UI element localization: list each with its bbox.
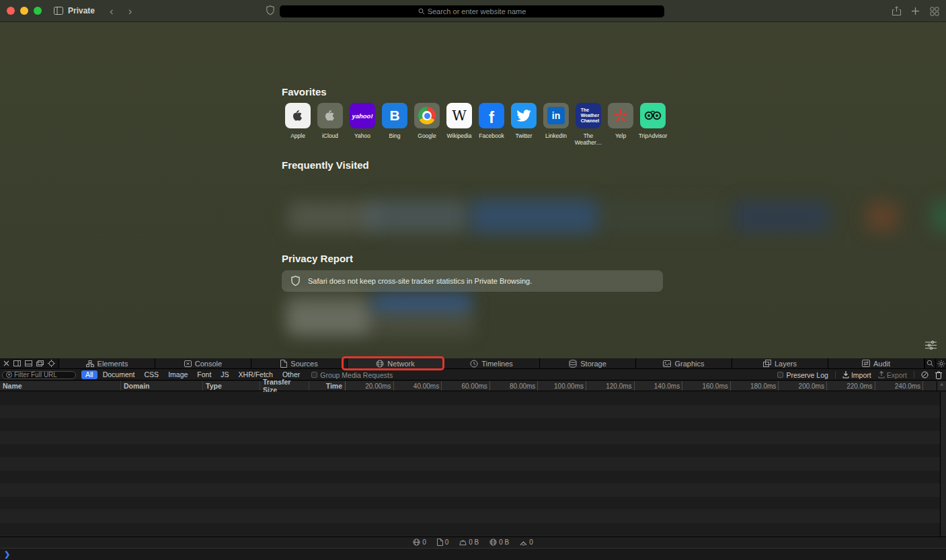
icloud-apple-icon: [317, 103, 343, 128]
checkbox-icon: [311, 372, 317, 378]
back-button[interactable]: ‹: [110, 5, 114, 17]
privacy-report-card[interactable]: Safari does not keep cross-site tracker …: [282, 270, 663, 292]
column-header-name[interactable]: Name: [0, 381, 121, 391]
quick-console[interactable]: ❯: [0, 548, 946, 560]
tab-layers[interactable]: Layers: [732, 358, 828, 368]
export-icon: [878, 371, 885, 378]
filter-placeholder: Filter Full URL: [14, 371, 57, 378]
favorite-tripadvisor[interactable]: TripAdvisor: [637, 103, 669, 146]
favorite-bing[interactable]: B Bing: [379, 103, 411, 146]
tab-graphics[interactable]: Graphics: [636, 358, 732, 368]
tab-console[interactable]: Console: [155, 358, 251, 368]
filter-type-image[interactable]: Image: [164, 370, 192, 379]
filter-type-css[interactable]: CSS: [141, 370, 163, 379]
timeline-tick: 100.00ms: [538, 381, 586, 391]
share-icon[interactable]: [892, 6, 901, 16]
bing-logo: B: [382, 103, 407, 128]
favorite-yahoo[interactable]: yahoo! Yahoo: [346, 103, 379, 146]
import-har-button[interactable]: Import: [842, 371, 871, 379]
timeline-tick: 140.0ms: [635, 381, 683, 391]
zoom-window-button[interactable]: [34, 7, 42, 15]
search-icon: [418, 8, 425, 15]
tab-storage[interactable]: Storage: [540, 358, 636, 368]
yelp-burst-icon: [608, 103, 633, 128]
address-bar[interactable]: Search or enter website name: [280, 5, 664, 17]
private-browsing-label: Private: [68, 6, 95, 15]
tab-elements[interactable]: Elements: [59, 358, 155, 368]
window-controls: [7, 7, 42, 15]
filter-type-js[interactable]: JS: [216, 370, 233, 379]
network-globe-icon: [489, 538, 497, 546]
timeline-tick: 160.0ms: [682, 381, 731, 391]
filter-url-input[interactable]: Filter Full URL: [2, 371, 76, 379]
inspect-element-icon[interactable]: [48, 360, 55, 367]
favorite-google[interactable]: Google: [411, 103, 443, 146]
network-table-header: Name Domain Type Transfer Size Time 20.0…: [0, 381, 946, 391]
status-requests-count: 0: [413, 538, 426, 546]
tab-network[interactable]: Network: [348, 358, 444, 368]
timeline-tick: 120.0ms: [586, 381, 635, 391]
favorite-linkedin[interactable]: in LinkedIn: [540, 103, 572, 146]
dock-bottom-icon[interactable]: [25, 360, 32, 366]
redirect-arrow-icon: [520, 539, 527, 546]
tripadvisor-owl-icon: [640, 103, 666, 128]
inspector-settings-gear-icon[interactable]: [935, 358, 946, 368]
column-header-transfer-size[interactable]: Transfer Size: [260, 381, 309, 391]
size-weight-icon: [459, 538, 467, 546]
column-header-type[interactable]: Type: [203, 381, 260, 391]
filter-type-font[interactable]: Font: [193, 370, 215, 379]
favorite-icloud[interactable]: iCloud: [314, 103, 346, 146]
safari-window: Private ‹ › Search or enter website name…: [0, 0, 946, 560]
tab-overview-icon[interactable]: [930, 7, 939, 16]
dock-right-icon[interactable]: [13, 360, 21, 366]
favorite-facebook[interactable]: f Facebook: [475, 103, 508, 146]
tab-timelines[interactable]: Timelines: [444, 358, 540, 368]
favorites-title: Favorites: [282, 86, 327, 97]
address-bar-placeholder: Search or enter website name: [428, 7, 526, 15]
customize-start-page-icon[interactable]: [925, 340, 937, 350]
minimize-window-button[interactable]: [20, 7, 28, 15]
disable-cache-icon[interactable]: [921, 371, 929, 378]
close-inspector-icon[interactable]: [3, 360, 9, 366]
network-requests-table-body[interactable]: [0, 392, 946, 536]
timeline-tick: 80.00ms: [490, 381, 539, 391]
clear-network-items-trash-icon[interactable]: [935, 371, 942, 379]
network-filter-bar: Filter Full URL All Document CSS Image F…: [0, 370, 946, 381]
yahoo-wordmark: yahoo!: [350, 103, 375, 128]
favorite-wikipedia[interactable]: W Wikipedia: [443, 103, 475, 146]
tab-audit[interactable]: Audit: [828, 358, 924, 368]
timeline-tick: 220.0ms: [827, 381, 875, 391]
timeline-tick: 40.00ms: [394, 381, 442, 391]
inspector-search-icon[interactable]: [924, 358, 935, 368]
favorite-weather-channel[interactable]: The Weather Channel The Weather…: [572, 103, 604, 146]
sidebar-icon[interactable]: [54, 7, 63, 15]
column-header-time[interactable]: Time: [309, 381, 346, 391]
preserve-log-checkbox[interactable]: Preserve Log: [777, 371, 828, 379]
favorite-yelp[interactable]: Yelp: [604, 103, 637, 146]
column-header-domain[interactable]: Domain: [121, 381, 203, 391]
close-window-button[interactable]: [7, 7, 15, 15]
network-status-bar: 0 0 0 B 0 B 0: [0, 536, 946, 547]
export-har-button[interactable]: Export: [878, 371, 907, 379]
favorite-apple[interactable]: Apple: [282, 103, 314, 146]
table-scrollbar[interactable]: [940, 392, 946, 536]
new-tab-icon[interactable]: [911, 7, 920, 15]
favorites-row: Apple iCloud yahoo! Yahoo B Bing Google …: [282, 103, 669, 146]
annotation-highlight-network-tab: [342, 356, 444, 370]
filter-type-all[interactable]: All: [81, 370, 97, 379]
scroll-up-arrow[interactable]: ^: [937, 381, 946, 391]
filter-type-document[interactable]: Document: [99, 370, 139, 379]
tab-sources[interactable]: Sources: [251, 358, 348, 368]
privacy-report-message: Safari does not keep cross-site tracker …: [308, 277, 532, 285]
forward-button[interactable]: ›: [128, 5, 132, 17]
requests-globe-icon: [413, 538, 420, 546]
group-media-requests-checkbox[interactable]: Group Media Requests: [311, 371, 393, 379]
detach-window-icon[interactable]: [36, 360, 44, 366]
timeline-tick: 240.0ms: [875, 381, 924, 391]
privacy-shield-icon[interactable]: [266, 5, 274, 15]
status-documents-count: 0: [437, 538, 449, 546]
timeline-tick: 20.00ms: [346, 381, 394, 391]
timeline-tick: 180.0ms: [731, 381, 779, 391]
console-prompt-chevron: ❯: [4, 550, 10, 559]
favorite-twitter[interactable]: Twitter: [508, 103, 540, 146]
